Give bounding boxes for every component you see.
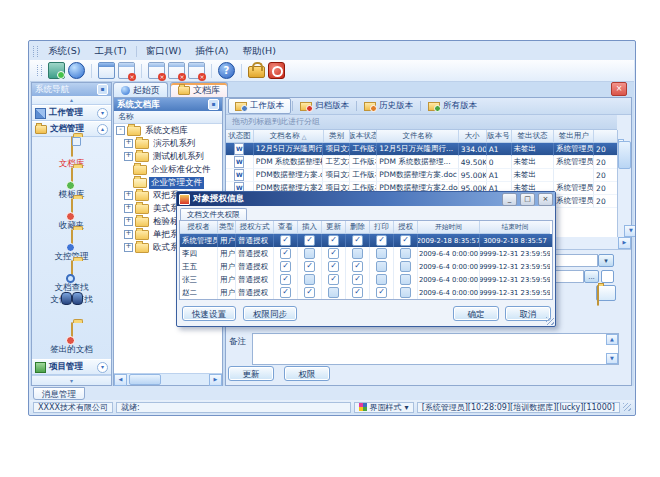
tree-horizontal-scrollbar[interactable]: ◀ ▶ xyxy=(114,373,222,385)
update-button[interactable]: 更新 xyxy=(228,366,274,381)
table-row[interactable]: W PDM 系统数据整理检... 工艺文档 工作版本 PDM 系统数据整理...… xyxy=(226,156,617,169)
table-row[interactable]: W 12月5日万兴隆周行... 项目文档 工作版本 12月5日万兴隆周行... … xyxy=(226,143,617,156)
tree-node[interactable]: + 测试机机系列 xyxy=(114,150,222,163)
maximize-icon[interactable]: □ xyxy=(520,193,535,206)
pin-icon[interactable]: ▪ xyxy=(97,84,108,95)
view-checkbox[interactable]: ✓ xyxy=(274,260,298,273)
dialog-titlebar[interactable]: 对象授权信息 _ □ × xyxy=(177,192,555,206)
checkbox-icon[interactable]: ✓ xyxy=(352,261,363,272)
sidebar-section-document[interactable]: 文档管理 ▴ xyxy=(32,121,111,137)
sidebar-more-strip[interactable]: ▾ xyxy=(32,375,111,385)
expand-icon[interactable]: + xyxy=(124,139,133,148)
tab-work-version[interactable]: 工作版本 xyxy=(228,98,291,114)
column-header[interactable]: 类别 xyxy=(324,130,351,143)
checkbox-icon[interactable]: ✓ xyxy=(280,261,291,272)
tab-archive-version[interactable]: 归档版本 xyxy=(294,99,355,113)
close-other-icon[interactable] xyxy=(188,62,205,79)
tab-history-version[interactable]: 历史版本 xyxy=(358,99,419,113)
delete-checkbox[interactable] xyxy=(346,247,370,260)
column-header[interactable]: 文件名称 xyxy=(377,130,459,143)
expand-icon[interactable]: + xyxy=(124,152,133,161)
column-header[interactable]: 结束时间 xyxy=(480,221,550,234)
checkbox-icon[interactable]: ✓ xyxy=(328,274,339,285)
update-checkbox[interactable]: ✓ xyxy=(322,273,346,286)
tree-node[interactable]: + 演示机系列 xyxy=(114,137,222,150)
expand-icon[interactable]: + xyxy=(124,230,133,239)
print-checkbox[interactable]: ✓ xyxy=(370,286,394,299)
quick-setup-button[interactable]: 快速设置 xyxy=(182,306,236,321)
column-header[interactable]: 版本状态 xyxy=(350,130,377,143)
menu-system[interactable]: 系统(S) xyxy=(41,44,87,59)
checkbox-icon[interactable] xyxy=(400,261,411,272)
sidebar-item-checked-out[interactable]: 签出的文档 xyxy=(32,322,111,353)
print-checkbox[interactable] xyxy=(370,273,394,286)
scroll-down-icon[interactable]: ▼ xyxy=(606,353,618,364)
checkbox-icon[interactable] xyxy=(400,248,411,259)
checkbox-icon[interactable] xyxy=(400,274,411,285)
permission-row[interactable]: 李四 用户 普通授权 ✓ ✓ 2009-6-4 0:00:00 9999-12-… xyxy=(180,247,552,260)
message-management-tab[interactable]: 消息管理 xyxy=(33,387,85,400)
expand-icon[interactable]: + xyxy=(124,191,133,200)
checkbox-icon[interactable]: ✓ xyxy=(304,261,315,272)
menu-plugins[interactable]: 插件(A) xyxy=(188,44,235,59)
checkbox-icon[interactable] xyxy=(376,274,387,285)
column-header[interactable]: 授权者 xyxy=(180,221,218,234)
checkbox-icon[interactable]: ✓ xyxy=(376,287,387,298)
close-all-icon[interactable] xyxy=(168,62,185,79)
column-header[interactable]: 状态图 xyxy=(226,130,254,143)
permission-row[interactable]: 系统管理员 用户 普通授权 ✓ ✓ ✓ ✓ ✓ ✓ 2009-2-18 8:35… xyxy=(180,234,552,247)
print-checkbox[interactable] xyxy=(370,260,394,273)
scroll-left-icon[interactable]: ◀ xyxy=(114,374,127,386)
tab-document-library[interactable]: 文档库 xyxy=(170,82,228,97)
checkbox-icon[interactable]: ✓ xyxy=(328,248,339,259)
exit-icon[interactable] xyxy=(268,62,285,79)
column-header[interactable]: 查看 xyxy=(274,221,298,234)
column-header[interactable]: 删除 xyxy=(346,221,370,234)
column-header[interactable]: 大小 xyxy=(459,130,487,143)
print-checkbox[interactable] xyxy=(370,247,394,260)
view-checkbox[interactable]: ✓ xyxy=(274,234,298,247)
folder-browse-button[interactable] xyxy=(596,285,616,301)
permission-button[interactable]: 权限 xyxy=(284,366,330,381)
update-checkbox[interactable]: ✓ xyxy=(322,234,346,247)
scroll-down-icon[interactable]: ▼ xyxy=(624,225,636,237)
sidebar-item-doclib[interactable]: 文档库 xyxy=(32,136,111,167)
checkbox-icon[interactable]: ✓ xyxy=(352,235,363,246)
dropdown-icon[interactable]: ▾ xyxy=(598,254,614,267)
insert-checkbox[interactable]: ✓ xyxy=(298,260,322,273)
tree-column-header[interactable]: 名称 xyxy=(114,111,222,124)
tree-node-root[interactable]: - 系统文档库 xyxy=(114,124,222,137)
ui-style-selector[interactable]: 界面样式 ▾ xyxy=(354,402,414,413)
checkbox-icon[interactable]: ✓ xyxy=(352,287,363,298)
column-header[interactable]: 开始时间 xyxy=(418,221,480,234)
sidebar-item-templates[interactable]: 模板库 xyxy=(32,167,111,198)
checkbox-icon[interactable] xyxy=(352,248,363,259)
checkbox-icon[interactable]: ✓ xyxy=(280,287,291,298)
grant-checkbox[interactable] xyxy=(394,247,418,260)
print-checkbox[interactable]: ✓ xyxy=(370,234,394,247)
tab-start-page[interactable]: 起始页 xyxy=(113,82,168,97)
column-header[interactable] xyxy=(594,130,617,143)
column-header[interactable]: 插入 xyxy=(298,221,322,234)
close-icon[interactable]: × xyxy=(538,193,553,206)
tree-node[interactable]: 企业标准化文件 xyxy=(114,163,222,176)
checkbox-icon[interactable]: ✓ xyxy=(400,235,411,246)
expand-icon[interactable]: + xyxy=(124,204,133,213)
globe-icon[interactable] xyxy=(68,62,85,79)
sidebar-item-doc-search[interactable]: 文档查找 xyxy=(32,260,111,291)
delete-checkbox[interactable]: ✓ xyxy=(346,234,370,247)
delete-checkbox[interactable]: ✓ xyxy=(346,286,370,299)
column-header[interactable]: 签出状态 xyxy=(512,130,555,143)
checkbox-icon[interactable]: ✓ xyxy=(280,235,291,246)
sidebar-item-favorites[interactable]: 收藏夹 xyxy=(32,198,111,229)
scroll-right-icon[interactable]: ▶ xyxy=(209,374,222,386)
column-header[interactable]: 授权方式 xyxy=(236,221,274,234)
collapse-icon[interactable]: - xyxy=(116,126,125,135)
help-icon[interactable]: ? xyxy=(218,62,235,79)
checkbox-icon[interactable] xyxy=(376,248,387,259)
table-row[interactable]: W PDM数据整理方案.doc 项目文档 工作版本 PDM数据整理方案.doc … xyxy=(226,169,617,182)
window-resize-grip[interactable] xyxy=(623,403,631,411)
permission-sync-button[interactable]: 权限同步 xyxy=(243,306,297,321)
checkbox-icon[interactable] xyxy=(304,248,315,259)
grant-checkbox[interactable] xyxy=(394,286,418,299)
